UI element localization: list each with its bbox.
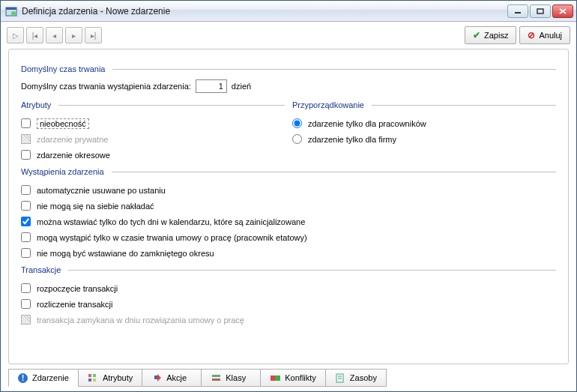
svg-rect-1 bbox=[6, 7, 16, 10]
save-button[interactable]: ✔ Zapisz bbox=[465, 26, 516, 44]
checkbox-tx-start[interactable] bbox=[21, 283, 31, 293]
cancel-button-label: Anuluj bbox=[539, 31, 562, 40]
tab-actions-label: Akcje bbox=[166, 373, 187, 382]
tab-classes[interactable]: Klasy bbox=[201, 369, 261, 387]
label-company: zdarzenie tylko dla firmy bbox=[308, 135, 396, 144]
checkbox-absence[interactable] bbox=[21, 118, 31, 128]
duration-row: Domyślny czas trwania wystąpienia zdarze… bbox=[21, 79, 556, 93]
section-occurrences: Wystąpienia zdarzenia bbox=[21, 167, 556, 176]
section-attributes: Atrybuty bbox=[21, 100, 285, 109]
label-private: zdarzenie prywatne bbox=[37, 135, 108, 144]
section-duration: Domyślny czas trwania bbox=[21, 64, 556, 73]
info-icon: ! bbox=[18, 373, 28, 383]
resources-icon bbox=[335, 373, 345, 383]
svg-rect-14 bbox=[271, 376, 276, 381]
checkbox-tx-closed-disabled bbox=[21, 315, 31, 325]
checkbox-periodic[interactable] bbox=[21, 150, 31, 160]
label-tx-settlement: rozliczenie transakcji bbox=[37, 300, 112, 309]
tab-event-label: Zdarzenie bbox=[32, 373, 69, 382]
duration-unit: dzień bbox=[232, 82, 251, 91]
label-init-days: można wstawiać tylko do tych dni w kalen… bbox=[37, 217, 305, 226]
tab-attributes[interactable]: Atrybuty bbox=[78, 369, 142, 387]
label-tx-closed: transakcja zamykana w dniu rozwiązania u… bbox=[37, 316, 244, 325]
label-no-overlap: nie mogą się na siebie nakładać bbox=[37, 202, 154, 211]
cancel-button[interactable]: ⊘ Anuluj bbox=[519, 26, 570, 44]
conflicts-icon bbox=[270, 373, 280, 383]
nav-group: ▷ |◂ ◂ ▸ ▸| bbox=[7, 27, 102, 43]
checkbox-during-contract[interactable] bbox=[21, 232, 31, 242]
svg-rect-4 bbox=[537, 9, 543, 13]
label-tx-start: rozpoczęcie transakcji bbox=[37, 284, 118, 293]
svg-rect-8 bbox=[93, 374, 96, 377]
nav-next-button[interactable]: ▸ bbox=[65, 27, 82, 43]
nav-last-button[interactable]: ▸| bbox=[85, 27, 102, 43]
checkbox-closed-period[interactable] bbox=[21, 248, 31, 258]
tab-conflicts-label: Konflikty bbox=[285, 373, 316, 382]
content-panel: Domyślny czas trwania Domyślny czas trwa… bbox=[8, 49, 569, 364]
save-button-label: Zapisz bbox=[484, 31, 508, 40]
checkbox-init-days[interactable] bbox=[21, 217, 31, 226]
nav-prev-button[interactable]: ◂ bbox=[46, 27, 63, 43]
checkbox-private-disabled bbox=[21, 134, 31, 144]
window-title: Definicja zdarzenia - Nowe zdarzenie bbox=[22, 6, 507, 16]
app-icon bbox=[5, 5, 17, 17]
tab-actions[interactable]: Akcje bbox=[142, 369, 202, 387]
window-buttons bbox=[507, 4, 573, 18]
section-occurrences-label: Wystąpienia zdarzenia bbox=[21, 167, 104, 176]
classes-icon bbox=[211, 373, 221, 383]
checkbox-tx-settlement[interactable] bbox=[21, 299, 31, 309]
label-auto-removed: automatycznie usuwane po ustaniu bbox=[37, 186, 166, 195]
check-icon: ✔ bbox=[473, 30, 480, 40]
tab-conflicts[interactable]: Konflikty bbox=[260, 369, 326, 387]
label-periodic: zdarzenie okresowe bbox=[37, 151, 110, 160]
radio-employees[interactable] bbox=[292, 118, 302, 128]
svg-rect-7 bbox=[88, 374, 91, 377]
nav-first-button[interactable]: |◂ bbox=[26, 27, 43, 43]
section-duration-label: Domyślny czas trwania bbox=[21, 64, 105, 73]
actions-icon bbox=[151, 373, 162, 383]
tab-resources-label: Zasoby bbox=[350, 373, 377, 382]
tab-classes-label: Klasy bbox=[226, 373, 246, 382]
svg-rect-12 bbox=[212, 375, 220, 377]
checkbox-no-overlap[interactable] bbox=[21, 201, 31, 211]
window: Definicja zdarzenia - Nowe zdarzenie ▷ |… bbox=[0, 0, 577, 392]
duration-label: Domyślny czas trwania wystąpienia zdarze… bbox=[21, 82, 191, 91]
tab-attributes-label: Atrybuty bbox=[103, 373, 133, 382]
svg-rect-10 bbox=[93, 379, 96, 382]
section-assignment-label: Przyporządkowanie bbox=[292, 100, 364, 109]
svg-rect-13 bbox=[212, 379, 220, 381]
tab-resources[interactable]: Zasoby bbox=[325, 369, 387, 387]
tab-strip: ! Zdarzenie Atrybuty Akcje Klasy Konflik… bbox=[1, 369, 576, 391]
maximize-button[interactable] bbox=[530, 4, 551, 18]
label-closed-period: nie mogą być wstawiane do zamkniętego ok… bbox=[37, 249, 214, 258]
radio-company[interactable] bbox=[292, 134, 302, 144]
tab-event[interactable]: ! Zdarzenie bbox=[8, 369, 79, 387]
section-assignment: Przyporządkowanie bbox=[292, 100, 556, 109]
section-transactions: Transakcje bbox=[21, 265, 556, 274]
attributes-icon bbox=[88, 373, 98, 383]
cancel-icon: ⊘ bbox=[528, 30, 535, 40]
toolbar: ▷ |◂ ◂ ▸ ▸| ✔ Zapisz ⊘ Anuluj bbox=[1, 22, 576, 49]
label-during-contract: mogą wystąpić tylko w czasie trwania umo… bbox=[37, 233, 307, 242]
svg-rect-9 bbox=[88, 379, 91, 382]
section-attributes-label: Atrybuty bbox=[21, 100, 51, 109]
svg-rect-15 bbox=[275, 376, 280, 381]
nav-play-button[interactable]: ▷ bbox=[7, 27, 24, 43]
close-button[interactable] bbox=[552, 4, 573, 18]
checkbox-auto-removed[interactable] bbox=[21, 185, 31, 195]
duration-input[interactable] bbox=[196, 79, 227, 93]
section-transactions-label: Transakcje bbox=[21, 265, 61, 274]
minimize-button[interactable] bbox=[507, 4, 528, 18]
label-absence: nieobecność bbox=[37, 118, 89, 129]
titlebar: Definicja zdarzenia - Nowe zdarzenie bbox=[1, 1, 576, 22]
label-employees: zdarzenie tylko dla pracowników bbox=[308, 119, 426, 128]
svg-point-2 bbox=[11, 11, 16, 16]
